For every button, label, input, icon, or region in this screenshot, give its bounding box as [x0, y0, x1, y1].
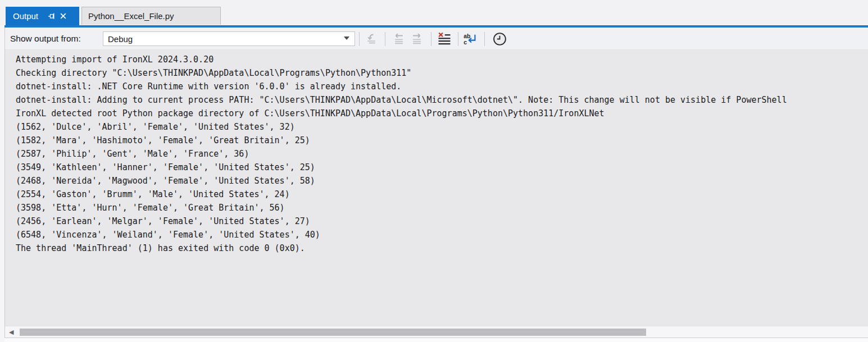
- console-line: IronXL detected root Python package dire…: [16, 107, 868, 120]
- console-line: Checking directory "C:\Users\THINKPAD\Ap…: [16, 66, 868, 80]
- clear-all-button[interactable]: [437, 31, 452, 47]
- console-line: The thread 'MainThread' (1) has exited w…: [16, 241, 868, 255]
- timestamp-clock-icon[interactable]: [492, 31, 507, 47]
- tab-output[interactable]: Output: [6, 7, 79, 25]
- toolbar-separator: [385, 32, 385, 46]
- svg-text:ab: ab: [463, 33, 470, 39]
- go-to-next-message-button[interactable]: [409, 31, 425, 47]
- console-line: (2468, 'Nereida', 'Magwood', 'Female', '…: [16, 174, 868, 188]
- tab-strip: Output Python__Excel_File.py: [0, 0, 868, 25]
- horizontal-scrollbar[interactable]: ◀: [5, 326, 868, 338]
- console-line: (2587, 'Philip', 'Gent', 'Male', 'France…: [16, 147, 868, 161]
- console-line: (6548, 'Vincenza', 'Weiland', 'Female', …: [16, 228, 868, 241]
- output-console[interactable]: Attempting import of IronXL 2024.3.0.20C…: [5, 50, 868, 326]
- find-message-in-code-button[interactable]: [363, 31, 379, 47]
- toolbar-separator: [484, 32, 485, 46]
- console-line: dotnet-install: Adding to current proces…: [16, 93, 868, 107]
- toolbar-separator: [359, 32, 360, 46]
- output-source-dropdown[interactable]: Debug: [103, 31, 355, 46]
- console-line: (2554, 'Gaston', 'Brumm', 'Male', 'Unite…: [16, 188, 868, 201]
- chevron-down-icon: [344, 37, 349, 40]
- console-line: Attempting import of IronXL 2024.3.0.20: [16, 53, 868, 66]
- console-lines: Attempting import of IronXL 2024.3.0.20C…: [5, 50, 868, 255]
- tab-editor-file[interactable]: Python__Excel_File.py: [81, 7, 221, 25]
- pin-icon[interactable]: [46, 11, 57, 22]
- console-line: (3549, 'Kathleen', 'Hanner', 'Female', '…: [16, 161, 868, 174]
- output-toolbar: Show output from: Debug: [5, 28, 868, 50]
- console-line: dotnet-install: .NET Core Runtime with v…: [16, 80, 868, 93]
- console-line: (1582, 'Mara', 'Hashimoto', 'Female', 'G…: [16, 134, 868, 147]
- go-to-previous-message-button[interactable]: [391, 31, 407, 47]
- svg-text:c: c: [463, 39, 467, 45]
- toolbar-separator: [458, 32, 458, 46]
- scroll-left-arrow-icon[interactable]: ◀: [9, 328, 13, 336]
- horizontal-scrollbar-thumb[interactable]: [20, 329, 646, 336]
- output-source-dropdown-value: Debug: [108, 34, 133, 44]
- console-line: (2456, 'Earlean', 'Melgar', 'Female', 'U…: [16, 215, 868, 228]
- console-line: (3598, 'Etta', 'Hurn', 'Female', 'Great …: [16, 201, 868, 215]
- toggle-word-wrap-button[interactable]: ab c: [462, 31, 478, 47]
- tab-output-label: Output: [13, 11, 38, 21]
- show-output-from-label: Show output from:: [10, 28, 81, 50]
- close-icon[interactable]: [57, 11, 69, 22]
- toolbar-separator: [431, 32, 431, 46]
- tab-editor-label: Python__Excel_File.py: [88, 11, 174, 21]
- window-bottom-strip: [4, 338, 868, 342]
- console-line: (1562, 'Dulce', 'Abril', 'Female', 'Unit…: [16, 120, 868, 134]
